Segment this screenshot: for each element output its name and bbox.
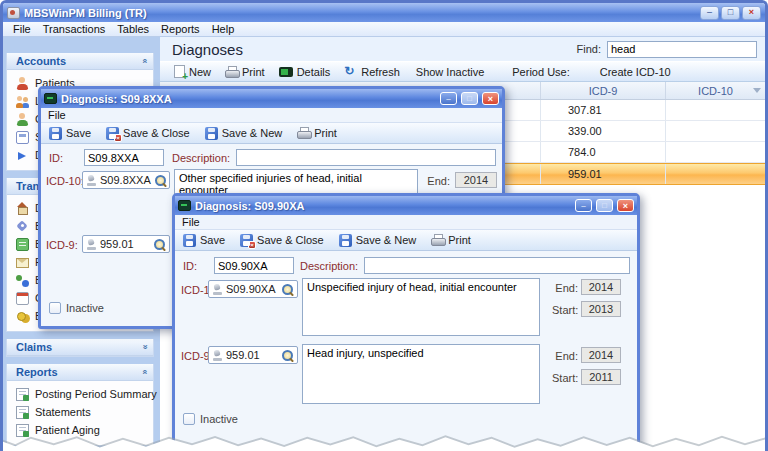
magnifier-icon[interactable]: [281, 283, 294, 296]
app-title: MBSWinPM Billing (TR): [24, 7, 696, 19]
save-button[interactable]: Save: [183, 234, 225, 247]
save-close-button[interactable]: Save & Close: [106, 127, 190, 140]
create-icd10-button[interactable]: Create ICD-10: [600, 66, 671, 78]
minimize-button[interactable]: –: [700, 6, 719, 20]
section-title: Reports: [16, 366, 58, 378]
dialog-titlebar: Diagnosis: S09.90XA – □ ×: [175, 196, 637, 215]
id-input[interactable]: [84, 149, 164, 166]
sidebar-item-patient-aging[interactable]: Patient Aging: [7, 421, 153, 439]
close-button[interactable]: ×: [482, 92, 499, 105]
expand-chevron-icon[interactable]: «: [139, 344, 149, 349]
section-title: Claims: [16, 341, 52, 353]
sidebar-header-reports[interactable]: Reports «: [7, 364, 153, 381]
note-icon: [16, 238, 29, 251]
close-button[interactable]: ×: [742, 6, 761, 20]
icd10-description-textarea[interactable]: Unspecified injury of head, initial enco…: [302, 278, 540, 336]
icd9-description-textarea[interactable]: Head injury, unspecified: [302, 344, 540, 404]
envelope-icon: [16, 258, 29, 268]
maximize-button[interactable]: □: [596, 199, 613, 212]
report-icon: [16, 388, 29, 401]
dialog-toolbar: Save Save & Close Save & New Print: [41, 123, 502, 144]
coins-icon: [16, 310, 29, 323]
icd9-lookup-field[interactable]: 959.01: [82, 235, 170, 253]
find-input[interactable]: [607, 41, 757, 58]
show-inactive-button[interactable]: Show Inactive: [416, 66, 484, 78]
save-close-button[interactable]: Save & Close: [240, 234, 324, 247]
report-icon: [16, 424, 29, 437]
menu-help[interactable]: Help: [206, 23, 241, 35]
find-label: Find:: [577, 43, 601, 55]
save-close-floppy-icon: [106, 127, 119, 140]
filter-funnel-icon[interactable]: [753, 88, 761, 93]
new-page-icon: [174, 65, 185, 78]
print-button[interactable]: Print: [431, 234, 471, 246]
app-titlebar: MBSWinPM Billing (TR) – □ ×: [3, 3, 765, 22]
sidebar-header-accounts[interactable]: Accounts «: [7, 53, 153, 70]
inactive-label: Inactive: [66, 302, 104, 314]
magnifier-icon[interactable]: [154, 174, 167, 187]
collapse-chevron-icon[interactable]: «: [139, 369, 149, 374]
description-input[interactable]: [236, 149, 496, 166]
icd10-lookup-field[interactable]: S09.8XXA: [82, 171, 170, 189]
person-red-icon: [16, 77, 29, 90]
dialog-icon: [44, 93, 57, 104]
person-green-icon: [16, 113, 29, 126]
stamp-icon: [86, 239, 97, 250]
sidebar-header-claims[interactable]: Claims «: [7, 339, 153, 356]
sidebar-section-reports: Reports « Posting Period Summary Stateme…: [6, 364, 154, 446]
minimize-button[interactable]: –: [440, 92, 457, 105]
collapse-chevron-icon[interactable]: «: [139, 58, 149, 63]
start-label: Start:: [552, 304, 578, 316]
save-button[interactable]: Save: [49, 127, 91, 140]
stamp-icon: [212, 284, 223, 295]
menu-transactions[interactable]: Transactions: [37, 23, 112, 35]
diagnoses-toolbar: New Print Details Refresh Show Inactive …: [160, 61, 765, 82]
menu-reports[interactable]: Reports: [155, 23, 206, 35]
print-button[interactable]: Print: [225, 66, 265, 78]
close-badge-icon: [248, 241, 256, 249]
menu-file[interactable]: File: [7, 23, 37, 35]
dialog-menu-file[interactable]: File: [48, 109, 66, 121]
people-sync-icon: [16, 274, 29, 287]
description-input[interactable]: [364, 257, 630, 274]
arrow-blue-icon: [16, 149, 29, 162]
start-label: Start:: [552, 372, 578, 384]
sidebar-item-posting-period-summary[interactable]: Posting Period Summary: [7, 385, 153, 403]
id-input[interactable]: [214, 257, 294, 274]
sidebar-section-claims: Claims «: [6, 339, 154, 357]
item-label: Patient Aging: [35, 424, 100, 436]
dialog-menu-file[interactable]: File: [182, 216, 200, 228]
maximize-button[interactable]: □: [461, 92, 478, 105]
menu-tables[interactable]: Tables: [111, 23, 155, 35]
inactive-checkbox[interactable]: Inactive: [49, 302, 104, 314]
description-label: Description:: [172, 152, 230, 164]
column-header-icd10[interactable]: ICD-10: [665, 82, 765, 99]
close-button[interactable]: ×: [617, 199, 634, 212]
magnifier-icon[interactable]: [281, 349, 294, 362]
icd9-lookup-field[interactable]: 959.01: [208, 346, 298, 364]
save-close-floppy-icon: [240, 234, 253, 247]
inactive-checkbox[interactable]: Inactive: [183, 413, 238, 425]
column-header-icd9[interactable]: ICD-9: [540, 82, 665, 99]
magnifier-icon[interactable]: [153, 238, 166, 251]
new-button[interactable]: New: [174, 65, 211, 78]
minimize-button[interactable]: –: [575, 199, 592, 212]
refresh-button[interactable]: Refresh: [344, 65, 400, 78]
save-new-button[interactable]: Save & New: [339, 234, 417, 247]
app-menubar: File Transactions Tables Reports Help: [3, 22, 765, 37]
save-new-button[interactable]: Save & New: [205, 127, 283, 140]
details-button[interactable]: Details: [279, 66, 331, 78]
sidebar-item-statements[interactable]: Statements: [7, 403, 153, 421]
checkbox-icon[interactable]: [183, 413, 195, 425]
period-use-button[interactable]: Period Use:: [512, 66, 569, 78]
item-label: Statements: [35, 406, 91, 418]
checkbox-icon[interactable]: [49, 302, 61, 314]
icd10-lookup-field[interactable]: S09.90XA: [208, 280, 298, 298]
printer-icon: [225, 66, 238, 78]
inactive-label: Inactive: [200, 413, 238, 425]
maximize-button[interactable]: □: [721, 6, 740, 20]
app-window: MBSWinPM Billing (TR) – □ × File Transac…: [0, 0, 768, 451]
print-button[interactable]: Print: [297, 127, 337, 139]
dialog-diagnosis-s0990xa: Diagnosis: S09.90XA – □ × File Save Save…: [172, 193, 640, 451]
save-floppy-icon: [49, 127, 62, 140]
